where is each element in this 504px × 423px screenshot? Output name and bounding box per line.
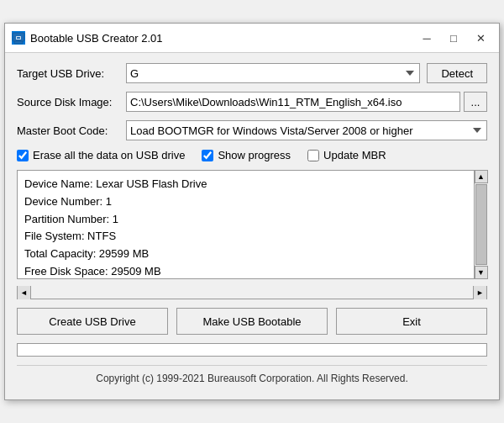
info-line-4: File System: NTFS: [24, 228, 471, 246]
footer: Copyright (c) 1999-2021 Bureausoft Corpo…: [17, 373, 487, 389]
make-bootable-button[interactable]: Make USB Bootable: [176, 308, 328, 335]
progress-checkbox-label[interactable]: Show progress: [202, 149, 291, 161]
title-bar: Bootable USB Creator 2.01 ─ □ ✕: [5, 24, 499, 53]
source-disk-input[interactable]: [126, 92, 460, 112]
source-disk-controls: ...: [126, 92, 487, 112]
info-line-6: Free Disk Space: 29509 MB: [24, 263, 471, 279]
minimize-button[interactable]: ─: [415, 29, 438, 47]
update-mbr-label: Update MBR: [323, 149, 386, 161]
erase-checkbox[interactable]: [17, 150, 29, 161]
target-usb-controls: G Detect: [126, 63, 487, 83]
info-box[interactable]: Device Name: Lexar USB Flash Drive Devic…: [17, 170, 487, 279]
vertical-scrollbar[interactable]: ▲ ▼: [474, 170, 487, 279]
footer-separator: [17, 365, 487, 366]
info-line-2: Device Number: 1: [24, 193, 471, 211]
scroll-right-arrow[interactable]: ►: [473, 286, 486, 299]
svg-rect-3: [17, 37, 20, 39]
horizontal-scrollbar[interactable]: ◄ ►: [17, 286, 487, 299]
info-line-3: Partition Number: 1: [24, 211, 471, 229]
info-line-5: Total Capacity: 29599 MB: [24, 246, 471, 263]
master-boot-controls: Load BOOTMGR for Windows Vista/Server 20…: [126, 120, 487, 140]
close-button[interactable]: ✕: [469, 29, 492, 47]
checkboxes-row: Erase all the data on USB drive Show pro…: [17, 149, 487, 161]
source-disk-label: Source Disk Image:: [17, 96, 126, 108]
info-line-1: Device Name: Lexar USB Flash Drive: [24, 176, 471, 193]
target-usb-row: Target USB Drive: G Detect: [17, 63, 487, 83]
info-box-wrap: Device Name: Lexar USB Flash Drive Devic…: [17, 170, 487, 279]
create-usb-button[interactable]: Create USB Drive: [17, 308, 168, 335]
progress-label: Show progress: [218, 149, 291, 161]
update-mbr-checkbox[interactable]: [307, 150, 319, 161]
scroll-left-arrow[interactable]: ◄: [18, 286, 31, 299]
maximize-button[interactable]: □: [442, 29, 465, 47]
browse-button[interactable]: ...: [464, 92, 487, 112]
action-buttons-row: Create USB Drive Make USB Bootable Exit: [17, 308, 487, 335]
erase-label: Erase all the data on USB drive: [33, 149, 185, 161]
master-boot-select[interactable]: Load BOOTMGR for Windows Vista/Server 20…: [126, 120, 487, 140]
window-title: Bootable USB Creator 2.01: [30, 32, 415, 45]
exit-button[interactable]: Exit: [336, 308, 487, 335]
svg-rect-1: [14, 41, 23, 44]
update-mbr-checkbox-label[interactable]: Update MBR: [307, 149, 386, 161]
scroll-up-arrow[interactable]: ▲: [475, 170, 488, 183]
master-boot-row: Master Boot Code: Load BOOTMGR for Windo…: [17, 120, 487, 140]
detect-button[interactable]: Detect: [427, 63, 487, 83]
scroll-thumb[interactable]: [475, 184, 487, 265]
source-disk-row: Source Disk Image: ...: [17, 92, 487, 112]
main-window: Bootable USB Creator 2.01 ─ □ ✕ Target U…: [4, 23, 500, 400]
app-icon: [12, 31, 25, 45]
window-controls: ─ □ ✕: [415, 29, 492, 47]
target-usb-select[interactable]: G: [126, 63, 420, 83]
scroll-down-arrow[interactable]: ▼: [475, 266, 488, 279]
copyright-text: Copyright (c) 1999-2021 Bureausoft Corpo…: [96, 373, 408, 384]
master-boot-label: Master Boot Code:: [17, 124, 126, 137]
progress-checkbox[interactable]: [202, 150, 213, 161]
erase-checkbox-label[interactable]: Erase all the data on USB drive: [17, 149, 185, 161]
progress-bar: [17, 343, 487, 357]
content-area: Target USB Drive: G Detect Source Disk I…: [5, 53, 499, 399]
target-usb-label: Target USB Drive:: [17, 67, 126, 80]
